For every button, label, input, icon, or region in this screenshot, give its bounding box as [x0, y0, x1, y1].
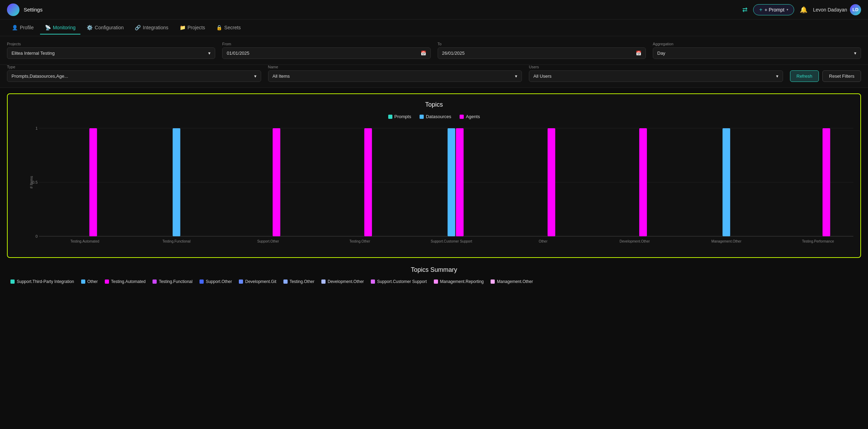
svg-text:Testing.Performance: Testing.Performance — [802, 239, 834, 243]
reset-filters-button[interactable]: Reset Filters — [822, 70, 861, 82]
summary-label-3: Testing.Functional — [159, 279, 193, 284]
summary-dot-7 — [321, 279, 326, 284]
users-select[interactable]: All Users ▾ — [529, 70, 783, 82]
type-label: Type — [7, 65, 261, 69]
top-bar-right: ⇄ + + Prompt ▾ 🔔 Levon Dadayan LD — [742, 4, 861, 15]
legend-prompts: Prompts — [388, 114, 411, 119]
aggregation-label: Aggregation — [653, 42, 861, 46]
legend-item-2: Testing.Automated — [105, 279, 146, 284]
nav-item-secrets[interactable]: 🔒 Secrets — [211, 21, 245, 35]
agents-label: Agents — [466, 114, 480, 119]
username-label: Levon Dadayan — [813, 7, 847, 13]
svg-rect-17 — [456, 128, 464, 236]
main-content: Topics Prompts Datasources Agents 00.51#… — [0, 88, 868, 290]
users-value: All Users — [533, 74, 552, 79]
integrations-icon: 🔗 — [135, 25, 141, 30]
compare-icon-button[interactable]: ⇄ — [742, 6, 748, 14]
chevron-down-icon: ▾ — [776, 74, 779, 79]
name-label: Name — [268, 65, 522, 69]
svg-text:1: 1 — [36, 126, 38, 130]
refresh-button[interactable]: Refresh — [790, 70, 819, 82]
nav-label-monitoring: Monitoring — [53, 25, 76, 30]
summary-dot-9 — [434, 279, 438, 284]
summary-dot-1 — [81, 279, 85, 284]
from-input[interactable]: 01/01/2025 📅 — [222, 47, 430, 59]
legend-agents: Agents — [460, 114, 480, 119]
datasources-label: Datasources — [426, 114, 451, 119]
summary-label-6: Testing.Other — [290, 279, 314, 284]
svg-text:Other: Other — [539, 239, 548, 243]
chevron-down-icon: ▾ — [254, 74, 257, 79]
avatar-initials: LD — [852, 7, 858, 12]
app-logo — [7, 3, 19, 16]
to-filter: To 26/01/2025 📅 — [438, 42, 646, 59]
from-filter: From 01/01/2025 📅 — [222, 42, 430, 59]
nav-label-projects: Projects — [188, 25, 205, 30]
svg-rect-14 — [364, 128, 372, 236]
projects-label: Projects — [7, 42, 215, 46]
summary-dot-10 — [491, 279, 495, 284]
monitoring-icon: 📡 — [45, 25, 51, 30]
app-title: Settings — [24, 7, 42, 13]
svg-text:Support.Other: Support.Other — [257, 239, 279, 243]
nav-label-integrations: Integrations — [143, 25, 168, 30]
name-select[interactable]: All Items ▾ — [268, 70, 522, 82]
svg-text:0: 0 — [36, 234, 38, 238]
summary-title: Topics Summary — [7, 266, 861, 274]
users-label: Users — [529, 65, 783, 69]
legend-item-4: Support.Other — [200, 279, 232, 284]
svg-text:Management.Other: Management.Other — [711, 239, 742, 243]
projects-select[interactable]: Elitea Internal Testing ▾ — [7, 47, 215, 59]
type-select[interactable]: Prompts,Datasources,Age... ▾ — [7, 70, 261, 82]
prompt-button[interactable]: + + Prompt ▾ — [753, 4, 794, 15]
svg-text:Testing.Automated: Testing.Automated — [70, 239, 99, 243]
svg-rect-25 — [822, 128, 830, 236]
user-info: Levon Dadayan LD — [813, 4, 861, 15]
summary-label-9: Management.Reporting — [440, 279, 484, 284]
legend-item-8: Support.Customer Support — [371, 279, 427, 284]
nav-item-monitoring[interactable]: 📡 Monitoring — [40, 21, 80, 35]
notification-bell-button[interactable]: 🔔 — [800, 6, 807, 14]
projects-icon: 📁 — [180, 25, 186, 30]
svg-text:# Items: # Items — [29, 176, 33, 189]
legend-item-10: Management.Other — [491, 279, 533, 284]
summary-label-8: Support.Customer Support — [377, 279, 427, 284]
nav-label-configuration: Configuration — [95, 25, 124, 30]
summary-label-5: Development.Git — [245, 279, 276, 284]
legend-datasources: Datasources — [420, 114, 451, 119]
nav-item-integrations[interactable]: 🔗 Integrations — [130, 21, 173, 35]
summary-label-1: Other — [87, 279, 98, 284]
calendar-icon: 📅 — [421, 51, 426, 56]
legend-item-9: Management.Reporting — [434, 279, 484, 284]
summary-dot-4 — [200, 279, 204, 284]
svg-rect-16 — [448, 128, 455, 236]
nav-item-profile[interactable]: 👤 Profile — [7, 21, 39, 35]
summary-legend: Support.Third-Party Integration Other Te… — [7, 279, 861, 284]
agents-dot — [460, 115, 464, 119]
chart-legend: Prompts Datasources Agents — [15, 114, 853, 119]
to-value: 26/01/2025 — [442, 51, 465, 56]
legend-item-3: Testing.Functional — [153, 279, 193, 284]
legend-item-7: Development.Other — [321, 279, 364, 284]
chart-container: 00.51# ItemsTesting.AutomatedTesting.Fun… — [15, 125, 853, 250]
nav-item-configuration[interactable]: ⚙️ Configuration — [82, 21, 128, 35]
legend-item-5: Development.Git — [239, 279, 276, 284]
top-bar: Settings ⇄ + + Prompt ▾ 🔔 Levon Dadayan … — [0, 0, 868, 20]
aggregation-filter: Aggregation Day ▾ — [653, 42, 861, 59]
summary-label-0: Support.Third-Party Integration — [17, 279, 74, 284]
projects-value: Elitea Internal Testing — [11, 51, 55, 56]
projects-filter: Projects Elitea Internal Testing ▾ — [7, 42, 215, 59]
svg-text:Testing.Other: Testing.Other — [350, 239, 370, 243]
svg-text:Support.Customer Support: Support.Customer Support — [431, 239, 472, 243]
type-filter: Type Prompts,Datasources,Age... ▾ — [7, 65, 261, 82]
aggregation-select[interactable]: Day ▾ — [653, 47, 861, 59]
nav-bar: 👤 Profile 📡 Monitoring ⚙️ Configuration … — [0, 20, 868, 36]
name-filter: Name All Items ▾ — [268, 65, 522, 82]
summary-dot-6 — [283, 279, 288, 284]
to-input[interactable]: 26/01/2025 📅 — [438, 47, 646, 59]
nav-label-profile: Profile — [20, 25, 34, 30]
nav-item-projects[interactable]: 📁 Projects — [175, 21, 210, 35]
to-label: To — [438, 42, 646, 46]
chevron-down-icon: ▾ — [208, 51, 211, 56]
svg-rect-10 — [173, 128, 180, 236]
